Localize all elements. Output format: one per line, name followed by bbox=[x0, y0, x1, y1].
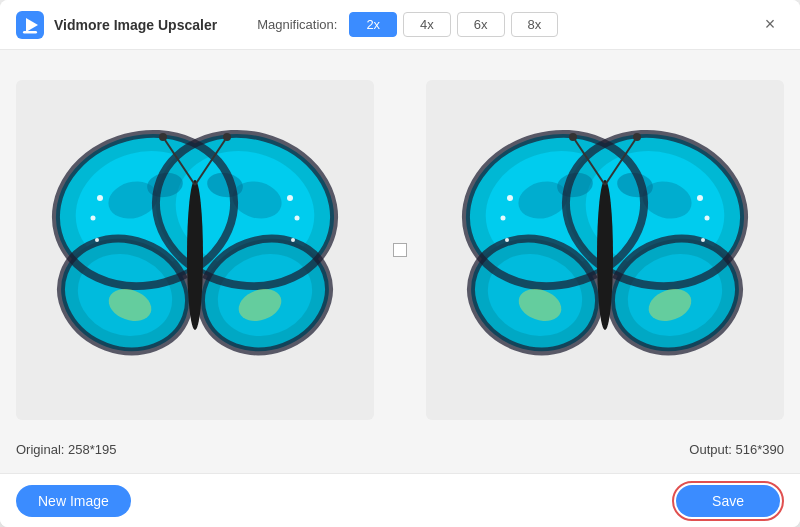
close-button[interactable]: × bbox=[756, 11, 784, 39]
original-size-label: Original: 258*195 bbox=[16, 442, 390, 457]
svg-point-48 bbox=[507, 195, 513, 201]
svg-point-52 bbox=[705, 216, 710, 221]
svg-point-50 bbox=[505, 238, 509, 242]
svg-point-21 bbox=[95, 238, 99, 242]
svg-point-54 bbox=[597, 180, 613, 330]
svg-point-57 bbox=[569, 133, 577, 141]
original-butterfly-image bbox=[45, 100, 345, 400]
output-image-panel bbox=[426, 80, 784, 420]
svg-point-20 bbox=[91, 216, 96, 221]
title-bar: Vidmore Image Upscaler Magnification: 2x… bbox=[0, 0, 800, 50]
svg-rect-2 bbox=[23, 31, 37, 34]
mag-btn-6x[interactable]: 6x bbox=[457, 12, 505, 37]
svg-point-58 bbox=[633, 133, 641, 141]
svg-point-51 bbox=[697, 195, 703, 201]
magnification-label: Magnification: bbox=[257, 17, 337, 32]
svg-point-25 bbox=[187, 180, 203, 330]
new-image-button[interactable]: New Image bbox=[16, 485, 131, 517]
svg-point-24 bbox=[291, 238, 295, 242]
mag-btn-8x[interactable]: 8x bbox=[511, 12, 559, 37]
info-row: Original: 258*195 Output: 516*390 bbox=[16, 434, 784, 457]
bottom-bar: New Image Save bbox=[0, 473, 800, 527]
save-button[interactable]: Save bbox=[676, 485, 780, 517]
svg-point-22 bbox=[287, 195, 293, 201]
app-icon bbox=[16, 11, 44, 39]
svg-point-28 bbox=[159, 133, 167, 141]
save-button-wrapper: Save bbox=[672, 481, 784, 521]
output-butterfly-image bbox=[455, 100, 755, 400]
svg-point-53 bbox=[701, 238, 705, 242]
svg-point-19 bbox=[97, 195, 103, 201]
mag-btn-4x[interactable]: 4x bbox=[403, 12, 451, 37]
content-area: Original: 258*195 Output: 516*390 bbox=[0, 50, 800, 473]
compare-checkbox[interactable] bbox=[393, 243, 407, 257]
images-row bbox=[16, 66, 784, 434]
main-window: Vidmore Image Upscaler Magnification: 2x… bbox=[0, 0, 800, 527]
output-size-label: Output: 516*390 bbox=[410, 442, 784, 457]
mag-btn-2x[interactable]: 2x bbox=[349, 12, 397, 37]
magnification-buttons: 2x 4x 6x 8x bbox=[349, 12, 558, 37]
center-divider bbox=[390, 243, 410, 257]
original-image-panel bbox=[16, 80, 374, 420]
app-title: Vidmore Image Upscaler bbox=[54, 17, 217, 33]
svg-point-29 bbox=[223, 133, 231, 141]
svg-point-49 bbox=[501, 216, 506, 221]
svg-point-23 bbox=[295, 216, 300, 221]
